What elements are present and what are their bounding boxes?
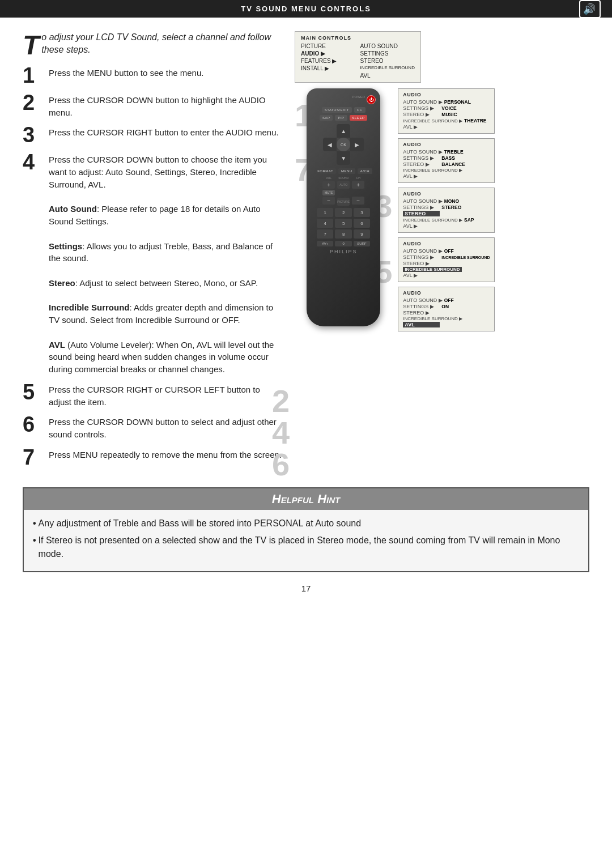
ach-btn[interactable]: A/CH [358,168,372,174]
header-title: TV Sound Menu Controls [241,5,371,13]
step-5-number: 5 [23,381,43,403]
nav-down-btn[interactable]: ▼ [337,151,350,165]
content-area: T o adjust your LCD TV Sound, select a c… [0,18,612,476]
nav-right-btn[interactable]: ▶ [350,138,364,151]
avl-row5: AVL [403,322,440,327]
remote-section: 1 7 POWER ⏻ STATUS/EXIT CC [295,88,495,331]
audio-menu-5: AUDIO AUTO SOUND ▶ OFF SETTINGS ▶ ON STE… [398,287,495,331]
sound-col: SOUND AUTO PICTURE [337,176,350,206]
surf-btn[interactable]: SURF [354,241,370,246]
auto-btn[interactable]: AUTO [337,181,350,189]
helpful-hint-box: Helpful Hint • Any adjustment of Treble … [23,487,589,572]
status-exit-btn[interactable]: STATUS/EXIT [322,107,352,113]
step-2-number: 2 [23,92,43,113]
settings-desc: : Allows you to adjust Treble, Bass, and… [49,241,273,263]
num-6-btn[interactable]: 6 [354,219,370,228]
av-btn[interactable]: AV+ [317,241,333,246]
menu-picture: PICTURE [301,43,355,49]
step-4: 4 Press the CURSOR DOWN button to choose… [23,154,283,376]
page-header: TV Sound Menu Controls 🔊 [0,0,612,18]
step-2: 2 Press the CURSOR DOWN button to highli… [23,94,283,119]
mono-val: MONO [444,198,459,204]
num-8-btn[interactable]: 8 [335,229,351,239]
page-number: 17 [0,578,612,602]
num-5-btn[interactable]: 5 [335,219,351,228]
zero-btn[interactable]: 0 [335,241,351,246]
audio-row-4-4: INCREDIBLE SURROUND [403,267,490,272]
nav-left-btn[interactable]: ◀ [323,138,337,151]
ch-col: CH + − [352,176,364,205]
hint-bullet-2: • If Stereo is not presented on a select… [33,534,579,561]
overlay-4: 4 [272,417,290,449]
balance-val: BALANCE [441,161,465,167]
ch-up-btn[interactable]: + [352,181,364,189]
settings-label: Settings [49,241,82,251]
audio-menu-4: AUDIO AUTO SOUND ▶ OFF SETTINGS ▶ INCRED… [398,237,495,282]
nav-ok-btn[interactable]: OK [337,138,350,151]
stereo-row3: STEREO [403,211,440,216]
treble-val: TREBLE [444,149,464,155]
avl-row2: AVL ▶ [403,173,440,179]
auto-sound-row: AUTO SOUND ▶ [403,99,442,105]
step-1-number: 1 [23,65,43,86]
auto-sound-row4: AUTO SOUND ▶ [403,248,442,254]
menu-stereo: STEREO [360,58,414,64]
hint-bullet-2-text: If Stereo is not presented on a selected… [39,534,579,561]
step-3-number: 3 [23,124,43,146]
cc-btn[interactable]: CC [354,107,366,113]
menu-incredible: INCREDIBLE SURROUND [360,65,414,71]
speaker-icon: 🔊 [583,3,597,15]
step-7: 7 Press MENU repeatedly to remove the me… [23,449,283,468]
intro-text: T o adjust your LCD TV Sound, select a c… [23,31,283,57]
power-button[interactable]: ⏻ [367,95,376,104]
step-7-text: Press MENU repeatedly to remove the menu… [49,449,282,461]
ch-down-btn[interactable]: − [352,197,364,205]
pip-btn[interactable]: PIP [335,115,347,121]
step-6: 6 Press the CURSOR DOWN button to select… [23,416,283,441]
ch-spacer [352,190,364,195]
picture-btn[interactable]: PICTURE [337,198,350,206]
nav-up-btn[interactable]: ▲ [337,124,350,138]
off-val4: OFF [444,248,454,254]
stereo-row4: STEREO ▶ [403,261,440,266]
step-1: 1 Press the MENU button to see the menu. [23,67,283,86]
hint-bullet-dot-2: • [33,534,36,547]
overlay-6: 6 [272,449,290,480]
vol-down-btn[interactable]: − [322,197,335,205]
num-1-btn[interactable]: 1 [317,208,333,217]
num-7-btn[interactable]: 7 [317,229,333,239]
menu-btn[interactable]: MENU [338,168,355,174]
main-menu-title: MAIN CONTROLS [301,35,415,41]
status-cc-row: STATUS/EXIT CC [311,107,376,113]
stereo-row2: STEREO ▶ [403,161,440,167]
num-3-btn[interactable]: 3 [354,208,370,217]
audio-menu-2: AUDIO AUTO SOUND ▶ TREBLE SETTINGS ▶ BAS… [398,138,495,183]
voice-val: VOICE [441,105,456,111]
menu-features: FEATURES ▶ [301,58,355,64]
hint-title-text: Helpful Hint [272,492,340,506]
sap-val: SAP [464,217,474,223]
auto-sound-row3: AUTO SOUND ▶ [403,198,442,204]
num-4-btn[interactable]: 4 [317,219,333,228]
vol-col: VOL + MUTE − [322,176,335,205]
auto-sound-label: Auto Sound [49,204,97,214]
mute-btn[interactable]: MUTE [322,190,335,195]
main-menu-grid: PICTURE AUTO SOUND AUDIO ▶ SETTINGS FEAT… [301,43,415,79]
audio-menu-4-title: AUDIO [403,241,490,246]
sleep-btn[interactable]: SLEEP [350,115,368,121]
off-val5: OFF [444,297,454,303]
audio-row-3-1: AUTO SOUND ▶ MONO [403,198,490,204]
hint-title: Helpful Hint [24,488,588,510]
num-2-btn[interactable]: 2 [335,208,351,217]
audio-menu-3-title: AUDIO [403,191,490,197]
format-btn[interactable]: FORMAT [314,168,336,174]
stereo-val3: STEREO [441,205,461,210]
num-9-btn[interactable]: 9 [354,229,370,239]
speaker-icon-box: 🔊 [579,0,601,18]
vol-up-btn[interactable]: + [322,181,335,189]
drop-cap: T [23,35,39,56]
page-container: TV Sound Menu Controls 🔊 T o adjust your… [0,0,612,868]
audio-row-3-4: INCREDIBLE SURROUND ▶ SAP [403,217,490,223]
incredible-row: INCREDIBLE SURROUND ▶ [403,118,462,124]
sap-btn[interactable]: SAP [320,115,333,121]
